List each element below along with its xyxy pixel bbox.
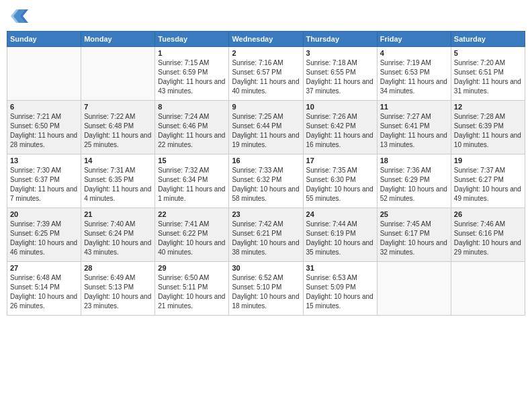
day-info: Sunrise: 7:24 AMSunset: 6:46 PMDaylight:… <box>158 112 226 150</box>
day-info: Sunrise: 7:31 AMSunset: 6:35 PMDaylight:… <box>84 166 152 203</box>
day-info: Sunrise: 7:18 AMSunset: 6:55 PMDaylight:… <box>306 58 374 96</box>
calendar-cell: 29Sunrise: 6:50 AMSunset: 5:11 PMDayligh… <box>155 262 229 316</box>
calendar-cell: 12Sunrise: 7:28 AMSunset: 6:39 PMDayligh… <box>451 101 525 154</box>
calendar-cell: 15Sunrise: 7:32 AMSunset: 6:34 PMDayligh… <box>155 154 229 208</box>
day-number: 30 <box>232 264 300 272</box>
day-info: Sunrise: 7:41 AMSunset: 6:22 PMDaylight:… <box>158 220 226 257</box>
calendar-cell: 16Sunrise: 7:33 AMSunset: 6:32 PMDayligh… <box>229 154 303 208</box>
day-info: Sunrise: 7:22 AMSunset: 6:48 PMDaylight:… <box>84 112 152 150</box>
day-info: Sunrise: 7:15 AMSunset: 6:59 PMDaylight:… <box>158 58 226 96</box>
day-number: 19 <box>454 156 522 165</box>
day-number: 7 <box>84 103 152 111</box>
calendar-body: 1Sunrise: 7:15 AMSunset: 6:59 PMDaylight… <box>7 47 525 316</box>
day-number: 22 <box>158 210 226 218</box>
weekday-header-wednesday: Wednesday <box>229 32 303 47</box>
calendar-cell: 30Sunrise: 6:52 AMSunset: 5:10 PMDayligh… <box>229 262 303 316</box>
day-info: Sunrise: 6:52 AMSunset: 5:10 PMDaylight:… <box>232 273 300 311</box>
calendar-cell <box>377 262 451 316</box>
calendar-cell: 7Sunrise: 7:22 AMSunset: 6:48 PMDaylight… <box>81 101 155 154</box>
day-number: 27 <box>10 264 78 272</box>
calendar-cell: 31Sunrise: 6:53 AMSunset: 5:09 PMDayligh… <box>303 262 377 316</box>
weekday-header-sunday: Sunday <box>7 32 81 47</box>
weekday-header-thursday: Thursday <box>303 32 377 47</box>
calendar-cell: 4Sunrise: 7:19 AMSunset: 6:53 PMDaylight… <box>377 47 451 101</box>
calendar-cell: 17Sunrise: 7:35 AMSunset: 6:30 PMDayligh… <box>303 154 377 208</box>
day-info: Sunrise: 6:53 AMSunset: 5:09 PMDaylight:… <box>306 273 374 311</box>
day-info: Sunrise: 7:21 AMSunset: 6:50 PMDaylight:… <box>10 112 78 150</box>
day-info: Sunrise: 7:46 AMSunset: 6:16 PMDaylight:… <box>454 220 522 257</box>
calendar-week-1: 6Sunrise: 7:21 AMSunset: 6:50 PMDaylight… <box>7 101 525 154</box>
calendar-cell: 24Sunrise: 7:44 AMSunset: 6:19 PMDayligh… <box>303 208 377 262</box>
day-info: Sunrise: 6:49 AMSunset: 5:13 PMDaylight:… <box>84 273 152 311</box>
day-number: 14 <box>84 156 152 165</box>
calendar-cell: 3Sunrise: 7:18 AMSunset: 6:55 PMDaylight… <box>303 47 377 101</box>
day-number: 23 <box>232 210 300 218</box>
page-header <box>7 7 525 26</box>
logo <box>7 7 31 26</box>
calendar-week-2: 13Sunrise: 7:30 AMSunset: 6:37 PMDayligh… <box>7 154 525 208</box>
day-number: 9 <box>232 103 300 111</box>
calendar-cell: 28Sunrise: 6:49 AMSunset: 5:13 PMDayligh… <box>81 262 155 316</box>
day-info: Sunrise: 7:26 AMSunset: 6:42 PMDaylight:… <box>306 112 374 150</box>
day-info: Sunrise: 7:39 AMSunset: 6:25 PMDaylight:… <box>10 220 78 257</box>
day-number: 4 <box>380 49 448 57</box>
day-number: 16 <box>232 156 300 165</box>
day-number: 13 <box>10 156 78 165</box>
calendar-cell: 18Sunrise: 7:36 AMSunset: 6:29 PMDayligh… <box>377 154 451 208</box>
calendar-week-3: 20Sunrise: 7:39 AMSunset: 6:25 PMDayligh… <box>7 208 525 262</box>
calendar-week-0: 1Sunrise: 7:15 AMSunset: 6:59 PMDaylight… <box>7 47 525 101</box>
day-number: 26 <box>454 210 522 218</box>
calendar-cell <box>81 47 155 101</box>
calendar-cell: 26Sunrise: 7:46 AMSunset: 6:16 PMDayligh… <box>451 208 525 262</box>
calendar-cell: 25Sunrise: 7:45 AMSunset: 6:17 PMDayligh… <box>377 208 451 262</box>
day-info: Sunrise: 7:33 AMSunset: 6:32 PMDaylight:… <box>232 166 300 203</box>
day-number: 17 <box>306 156 374 165</box>
day-info: Sunrise: 7:40 AMSunset: 6:24 PMDaylight:… <box>84 220 152 257</box>
logo-icon <box>7 7 28 26</box>
calendar-cell: 8Sunrise: 7:24 AMSunset: 6:46 PMDaylight… <box>155 101 229 154</box>
day-number: 6 <box>10 103 78 111</box>
day-number: 18 <box>380 156 448 165</box>
day-number: 2 <box>232 49 300 57</box>
day-info: Sunrise: 7:42 AMSunset: 6:21 PMDaylight:… <box>232 220 300 257</box>
day-info: Sunrise: 7:19 AMSunset: 6:53 PMDaylight:… <box>380 58 448 96</box>
weekday-header-friday: Friday <box>377 32 451 47</box>
calendar: SundayMondayTuesdayWednesdayThursdayFrid… <box>7 31 525 316</box>
day-info: Sunrise: 7:44 AMSunset: 6:19 PMDaylight:… <box>306 220 374 257</box>
day-number: 21 <box>84 210 152 218</box>
calendar-cell: 21Sunrise: 7:40 AMSunset: 6:24 PMDayligh… <box>81 208 155 262</box>
calendar-cell: 19Sunrise: 7:37 AMSunset: 6:27 PMDayligh… <box>451 154 525 208</box>
day-info: Sunrise: 6:50 AMSunset: 5:11 PMDaylight:… <box>158 273 226 311</box>
calendar-cell: 14Sunrise: 7:31 AMSunset: 6:35 PMDayligh… <box>81 154 155 208</box>
calendar-cell: 22Sunrise: 7:41 AMSunset: 6:22 PMDayligh… <box>155 208 229 262</box>
weekday-header-monday: Monday <box>81 32 155 47</box>
day-number: 10 <box>306 103 374 111</box>
day-number: 29 <box>158 264 226 272</box>
day-info: Sunrise: 7:36 AMSunset: 6:29 PMDaylight:… <box>380 166 448 203</box>
calendar-header: SundayMondayTuesdayWednesdayThursdayFrid… <box>7 32 525 47</box>
day-number: 25 <box>380 210 448 218</box>
day-number: 12 <box>454 103 522 111</box>
calendar-week-4: 27Sunrise: 6:48 AMSunset: 5:14 PMDayligh… <box>7 262 525 316</box>
calendar-cell: 5Sunrise: 7:20 AMSunset: 6:51 PMDaylight… <box>451 47 525 101</box>
calendar-cell: 23Sunrise: 7:42 AMSunset: 6:21 PMDayligh… <box>229 208 303 262</box>
day-info: Sunrise: 7:45 AMSunset: 6:17 PMDaylight:… <box>380 220 448 257</box>
calendar-cell: 11Sunrise: 7:27 AMSunset: 6:41 PMDayligh… <box>377 101 451 154</box>
day-info: Sunrise: 7:16 AMSunset: 6:57 PMDaylight:… <box>232 58 300 96</box>
calendar-cell <box>451 262 525 316</box>
day-info: Sunrise: 7:20 AMSunset: 6:51 PMDaylight:… <box>454 58 522 96</box>
day-number: 15 <box>158 156 226 165</box>
day-number: 11 <box>380 103 448 111</box>
weekday-header-tuesday: Tuesday <box>155 32 229 47</box>
day-info: Sunrise: 7:30 AMSunset: 6:37 PMDaylight:… <box>10 166 78 203</box>
day-number: 24 <box>306 210 374 218</box>
calendar-cell: 2Sunrise: 7:16 AMSunset: 6:57 PMDaylight… <box>229 47 303 101</box>
day-number: 20 <box>10 210 78 218</box>
day-number: 5 <box>454 49 522 57</box>
day-number: 28 <box>84 264 152 272</box>
day-info: Sunrise: 7:35 AMSunset: 6:30 PMDaylight:… <box>306 166 374 203</box>
weekday-row: SundayMondayTuesdayWednesdayThursdayFrid… <box>7 32 525 47</box>
calendar-cell: 9Sunrise: 7:25 AMSunset: 6:44 PMDaylight… <box>229 101 303 154</box>
day-info: Sunrise: 7:37 AMSunset: 6:27 PMDaylight:… <box>454 166 522 203</box>
day-number: 8 <box>158 103 226 111</box>
